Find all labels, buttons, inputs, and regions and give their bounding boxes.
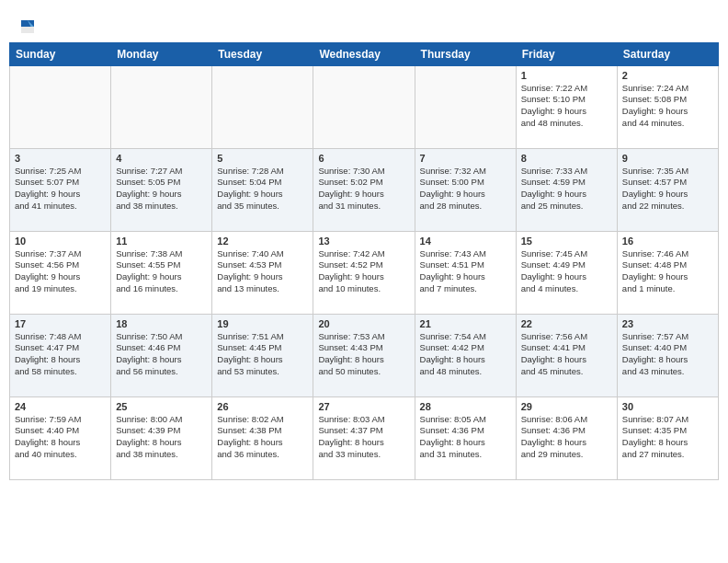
- day-info: Sunrise: 7:38 AM Sunset: 4:55 PM Dayligh…: [116, 248, 207, 295]
- calendar-cell: 27Sunrise: 8:03 AM Sunset: 4:37 PM Dayli…: [313, 396, 415, 479]
- weekday-header-tuesday: Tuesday: [212, 42, 313, 65]
- day-number: 2: [622, 70, 713, 81]
- day-info: Sunrise: 7:25 AM Sunset: 5:07 PM Dayligh…: [15, 166, 106, 213]
- day-info: Sunrise: 7:50 AM Sunset: 4:46 PM Dayligh…: [116, 331, 207, 378]
- day-info: Sunrise: 7:59 AM Sunset: 4:40 PM Dayligh…: [15, 414, 106, 461]
- weekday-header-wednesday: Wednesday: [313, 42, 415, 65]
- day-number: 20: [318, 318, 409, 329]
- calendar-cell: 7Sunrise: 7:32 AM Sunset: 5:00 PM Daylig…: [415, 148, 516, 231]
- day-number: 1: [521, 70, 612, 81]
- calendar-cell: 10Sunrise: 7:37 AM Sunset: 4:56 PM Dayli…: [10, 231, 111, 314]
- day-info: Sunrise: 7:35 AM Sunset: 4:57 PM Dayligh…: [622, 166, 713, 213]
- calendar-cell: 8Sunrise: 7:33 AM Sunset: 4:59 PM Daylig…: [516, 148, 617, 231]
- calendar-cell: 4Sunrise: 7:27 AM Sunset: 5:05 PM Daylig…: [111, 148, 212, 231]
- day-info: Sunrise: 7:33 AM Sunset: 4:59 PM Dayligh…: [521, 166, 612, 213]
- day-info: Sunrise: 8:05 AM Sunset: 4:36 PM Dayligh…: [420, 414, 511, 461]
- day-info: Sunrise: 7:53 AM Sunset: 4:43 PM Dayligh…: [318, 331, 409, 378]
- day-number: 12: [217, 236, 308, 247]
- day-info: Sunrise: 7:54 AM Sunset: 4:42 PM Dayligh…: [420, 331, 511, 378]
- day-number: 23: [622, 318, 713, 329]
- day-info: Sunrise: 8:03 AM Sunset: 4:37 PM Dayligh…: [318, 414, 409, 461]
- calendar-cell: 28Sunrise: 8:05 AM Sunset: 4:36 PM Dayli…: [415, 396, 516, 479]
- day-number: 29: [521, 401, 612, 412]
- calendar-wrapper: SundayMondayTuesdayWednesdayThursdayFrid…: [0, 42, 728, 489]
- day-number: 7: [420, 153, 511, 164]
- calendar-cell: 9Sunrise: 7:35 AM Sunset: 4:57 PM Daylig…: [617, 148, 718, 231]
- calendar-cell: 26Sunrise: 8:02 AM Sunset: 4:38 PM Dayli…: [212, 396, 313, 479]
- calendar-cell: 29Sunrise: 8:06 AM Sunset: 4:36 PM Dayli…: [516, 396, 617, 479]
- calendar-cell: 15Sunrise: 7:45 AM Sunset: 4:49 PM Dayli…: [516, 231, 617, 314]
- weekday-header-saturday: Saturday: [617, 42, 718, 65]
- calendar-body: 1Sunrise: 7:22 AM Sunset: 5:10 PM Daylig…: [10, 65, 719, 479]
- day-info: Sunrise: 7:51 AM Sunset: 4:45 PM Dayligh…: [217, 331, 308, 378]
- day-number: 16: [622, 236, 713, 247]
- day-info: Sunrise: 7:22 AM Sunset: 5:10 PM Dayligh…: [521, 83, 612, 130]
- calendar-cell: 1Sunrise: 7:22 AM Sunset: 5:10 PM Daylig…: [516, 65, 617, 148]
- calendar-cell: 3Sunrise: 7:25 AM Sunset: 5:07 PM Daylig…: [10, 148, 111, 231]
- day-info: Sunrise: 7:37 AM Sunset: 4:56 PM Dayligh…: [15, 248, 106, 295]
- day-number: 13: [318, 236, 409, 247]
- day-number: 9: [622, 153, 713, 164]
- day-info: Sunrise: 7:56 AM Sunset: 4:41 PM Dayligh…: [521, 331, 612, 378]
- day-info: Sunrise: 7:46 AM Sunset: 4:48 PM Dayligh…: [622, 248, 713, 295]
- weekday-header-friday: Friday: [516, 42, 617, 65]
- day-number: 19: [217, 318, 308, 329]
- day-number: 25: [116, 401, 207, 412]
- day-info: Sunrise: 7:57 AM Sunset: 4:40 PM Dayligh…: [622, 331, 713, 378]
- calendar-cell: 18Sunrise: 7:50 AM Sunset: 4:46 PM Dayli…: [111, 314, 212, 396]
- calendar-cell: 5Sunrise: 7:28 AM Sunset: 5:04 PM Daylig…: [212, 148, 313, 231]
- calendar-cell: [415, 65, 516, 148]
- day-number: 18: [116, 318, 207, 329]
- calendar-cell: 21Sunrise: 7:54 AM Sunset: 4:42 PM Dayli…: [415, 314, 516, 396]
- day-info: Sunrise: 7:28 AM Sunset: 5:04 PM Dayligh…: [217, 166, 308, 213]
- day-info: Sunrise: 7:43 AM Sunset: 4:51 PM Dayligh…: [420, 248, 511, 295]
- day-number: 27: [318, 401, 409, 412]
- day-number: 17: [15, 318, 106, 329]
- calendar-cell: 25Sunrise: 8:00 AM Sunset: 4:39 PM Dayli…: [111, 396, 212, 479]
- calendar-cell: 20Sunrise: 7:53 AM Sunset: 4:43 PM Dayli…: [313, 314, 415, 396]
- calendar-cell: 23Sunrise: 7:57 AM Sunset: 4:40 PM Dayli…: [617, 314, 718, 396]
- day-number: 21: [420, 318, 511, 329]
- calendar-cell: 14Sunrise: 7:43 AM Sunset: 4:51 PM Dayli…: [415, 231, 516, 314]
- calendar-cell: 24Sunrise: 7:59 AM Sunset: 4:40 PM Dayli…: [10, 396, 111, 479]
- day-number: 6: [318, 153, 409, 164]
- calendar-header: SundayMondayTuesdayWednesdayThursdayFrid…: [10, 42, 719, 65]
- calendar-cell: 6Sunrise: 7:30 AM Sunset: 5:02 PM Daylig…: [313, 148, 415, 231]
- day-info: Sunrise: 8:00 AM Sunset: 4:39 PM Dayligh…: [116, 414, 207, 461]
- day-info: Sunrise: 7:42 AM Sunset: 4:52 PM Dayligh…: [318, 248, 409, 295]
- day-info: Sunrise: 8:06 AM Sunset: 4:36 PM Dayligh…: [521, 414, 612, 461]
- day-info: Sunrise: 7:48 AM Sunset: 4:47 PM Dayligh…: [15, 331, 106, 378]
- day-number: 8: [521, 153, 612, 164]
- calendar-cell: 19Sunrise: 7:51 AM Sunset: 4:45 PM Dayli…: [212, 314, 313, 396]
- calendar-cell: [111, 65, 212, 148]
- day-number: 3: [15, 153, 106, 164]
- day-info: Sunrise: 8:02 AM Sunset: 4:38 PM Dayligh…: [217, 414, 308, 461]
- calendar-cell: 30Sunrise: 8:07 AM Sunset: 4:35 PM Dayli…: [617, 396, 718, 479]
- logo: [18, 17, 38, 35]
- day-number: 4: [116, 153, 207, 164]
- calendar-cell: 12Sunrise: 7:40 AM Sunset: 4:53 PM Dayli…: [212, 231, 313, 314]
- day-number: 22: [521, 318, 612, 329]
- calendar-table: SundayMondayTuesdayWednesdayThursdayFrid…: [9, 42, 719, 480]
- weekday-header-sunday: Sunday: [10, 42, 111, 65]
- day-number: 24: [15, 401, 106, 412]
- calendar-cell: 16Sunrise: 7:46 AM Sunset: 4:48 PM Dayli…: [617, 231, 718, 314]
- day-number: 15: [521, 236, 612, 247]
- weekday-header-thursday: Thursday: [415, 42, 516, 65]
- day-number: 28: [420, 401, 511, 412]
- calendar-cell: [313, 65, 415, 148]
- day-number: 5: [217, 153, 308, 164]
- calendar-cell: [212, 65, 313, 148]
- logo-icon: [19, 19, 36, 34]
- day-info: Sunrise: 7:24 AM Sunset: 5:08 PM Dayligh…: [622, 83, 713, 130]
- day-info: Sunrise: 8:07 AM Sunset: 4:35 PM Dayligh…: [622, 414, 713, 461]
- day-info: Sunrise: 7:30 AM Sunset: 5:02 PM Dayligh…: [318, 166, 409, 213]
- day-info: Sunrise: 7:32 AM Sunset: 5:00 PM Dayligh…: [420, 166, 511, 213]
- day-number: 10: [15, 236, 106, 247]
- calendar-cell: 13Sunrise: 7:42 AM Sunset: 4:52 PM Dayli…: [313, 231, 415, 314]
- calendar-cell: [10, 65, 111, 148]
- calendar-cell: 2Sunrise: 7:24 AM Sunset: 5:08 PM Daylig…: [617, 65, 718, 148]
- day-info: Sunrise: 7:45 AM Sunset: 4:49 PM Dayligh…: [521, 248, 612, 295]
- calendar-cell: 17Sunrise: 7:48 AM Sunset: 4:47 PM Dayli…: [10, 314, 111, 396]
- weekday-header-monday: Monday: [111, 42, 212, 65]
